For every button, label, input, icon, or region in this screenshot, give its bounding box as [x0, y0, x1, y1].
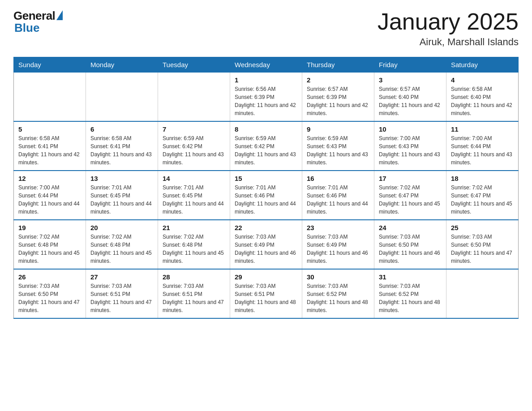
day-number: 3 [379, 76, 442, 84]
day-info: Sunrise: 7:03 AMSunset: 6:52 PMDaylight:… [307, 282, 369, 314]
calendar-cell: 30Sunrise: 7:03 AMSunset: 6:52 PMDayligh… [302, 269, 374, 318]
calendar-cell: 11Sunrise: 7:00 AMSunset: 6:44 PMDayligh… [446, 121, 519, 171]
day-number: 19 [18, 224, 81, 231]
day-info: Sunrise: 7:00 AMSunset: 6:44 PMDaylight:… [18, 184, 81, 216]
day-info: Sunrise: 6:57 AMSunset: 6:39 PMDaylight:… [307, 85, 369, 117]
calendar-week-row: 5Sunrise: 6:58 AMSunset: 6:41 PMDaylight… [14, 121, 519, 171]
logo: General Blue [13, 9, 63, 35]
day-number: 11 [451, 125, 514, 133]
day-number: 27 [90, 273, 153, 281]
calendar-cell [14, 73, 86, 122]
day-number: 28 [163, 273, 225, 281]
day-number: 6 [90, 125, 153, 133]
calendar-cell [86, 73, 158, 122]
day-info: Sunrise: 7:03 AMSunset: 6:50 PMDaylight:… [379, 233, 442, 265]
calendar-cell: 28Sunrise: 7:03 AMSunset: 6:51 PMDayligh… [158, 269, 230, 318]
day-info: Sunrise: 7:02 AMSunset: 6:47 PMDaylight:… [379, 184, 442, 216]
day-number: 25 [451, 224, 514, 231]
logo-triangle-icon [56, 10, 63, 20]
day-info: Sunrise: 7:02 AMSunset: 6:48 PMDaylight:… [163, 233, 225, 265]
calendar-week-row: 12Sunrise: 7:00 AMSunset: 6:44 PMDayligh… [14, 171, 519, 220]
calendar-cell: 2Sunrise: 6:57 AMSunset: 6:39 PMDaylight… [302, 73, 374, 122]
day-info: Sunrise: 6:59 AMSunset: 6:42 PMDaylight:… [163, 134, 225, 167]
day-info: Sunrise: 6:59 AMSunset: 6:43 PMDaylight:… [307, 134, 369, 167]
day-number: 16 [307, 175, 369, 182]
calendar-table: SundayMondayTuesdayWednesdayThursdayFrid… [13, 57, 519, 319]
calendar-cell: 3Sunrise: 6:57 AMSunset: 6:40 PMDaylight… [374, 73, 446, 122]
calendar-day-header: Monday [86, 57, 158, 73]
day-info: Sunrise: 7:01 AMSunset: 6:45 PMDaylight:… [90, 184, 153, 216]
day-info: Sunrise: 7:03 AMSunset: 6:50 PMDaylight:… [451, 233, 514, 265]
day-info: Sunrise: 7:03 AMSunset: 6:51 PMDaylight:… [90, 282, 153, 314]
day-info: Sunrise: 7:03 AMSunset: 6:49 PMDaylight:… [307, 233, 369, 265]
calendar-day-header: Thursday [302, 57, 374, 73]
day-number: 2 [307, 76, 369, 84]
calendar-cell [158, 73, 230, 122]
calendar-cell: 23Sunrise: 7:03 AMSunset: 6:49 PMDayligh… [302, 220, 374, 269]
calendar-cell: 24Sunrise: 7:03 AMSunset: 6:50 PMDayligh… [374, 220, 446, 269]
day-number: 31 [379, 273, 442, 281]
calendar-cell: 22Sunrise: 7:03 AMSunset: 6:49 PMDayligh… [230, 220, 302, 269]
day-number: 1 [235, 76, 297, 84]
day-info: Sunrise: 6:58 AMSunset: 6:40 PMDaylight:… [451, 85, 514, 117]
day-number: 21 [163, 224, 225, 231]
day-info: Sunrise: 7:00 AMSunset: 6:43 PMDaylight:… [379, 134, 442, 167]
day-info: Sunrise: 6:58 AMSunset: 6:41 PMDaylight:… [90, 134, 153, 167]
logo-blue-text: Blue [14, 21, 39, 35]
day-number: 4 [451, 76, 514, 84]
calendar-cell: 9Sunrise: 6:59 AMSunset: 6:43 PMDaylight… [302, 121, 374, 171]
day-info: Sunrise: 6:57 AMSunset: 6:40 PMDaylight:… [379, 85, 442, 117]
calendar-cell: 21Sunrise: 7:02 AMSunset: 6:48 PMDayligh… [158, 220, 230, 269]
calendar-cell: 8Sunrise: 6:59 AMSunset: 6:42 PMDaylight… [230, 121, 302, 171]
day-info: Sunrise: 7:01 AMSunset: 6:45 PMDaylight:… [163, 184, 225, 216]
calendar-day-header: Tuesday [158, 57, 230, 73]
calendar-cell: 13Sunrise: 7:01 AMSunset: 6:45 PMDayligh… [86, 171, 158, 220]
day-number: 10 [379, 125, 442, 133]
calendar-day-header: Friday [374, 57, 446, 73]
calendar-cell: 12Sunrise: 7:00 AMSunset: 6:44 PMDayligh… [14, 171, 86, 220]
day-number: 20 [90, 224, 153, 231]
calendar-cell: 4Sunrise: 6:58 AMSunset: 6:40 PMDaylight… [446, 73, 519, 122]
calendar-day-header: Wednesday [230, 57, 302, 73]
day-number: 8 [235, 125, 297, 133]
page-header: General Blue January 2025 Airuk, Marshal… [13, 9, 519, 48]
title-area: January 2025 Airuk, Marshall Islands [378, 9, 519, 48]
day-info: Sunrise: 7:01 AMSunset: 6:46 PMDaylight:… [235, 184, 297, 216]
calendar-day-header: Sunday [14, 57, 86, 73]
calendar-day-header: Saturday [446, 57, 519, 73]
calendar-cell: 31Sunrise: 7:03 AMSunset: 6:52 PMDayligh… [374, 269, 446, 318]
calendar-week-row: 1Sunrise: 6:56 AMSunset: 6:39 PMDaylight… [14, 73, 519, 122]
day-info: Sunrise: 7:02 AMSunset: 6:47 PMDaylight:… [451, 184, 514, 216]
calendar-cell: 6Sunrise: 6:58 AMSunset: 6:41 PMDaylight… [86, 121, 158, 171]
day-number: 9 [307, 125, 369, 133]
calendar-cell: 25Sunrise: 7:03 AMSunset: 6:50 PMDayligh… [446, 220, 519, 269]
day-info: Sunrise: 7:02 AMSunset: 6:48 PMDaylight:… [90, 233, 153, 265]
day-number: 13 [90, 175, 153, 182]
calendar-cell: 7Sunrise: 6:59 AMSunset: 6:42 PMDaylight… [158, 121, 230, 171]
calendar-cell: 10Sunrise: 7:00 AMSunset: 6:43 PMDayligh… [374, 121, 446, 171]
day-info: Sunrise: 7:03 AMSunset: 6:49 PMDaylight:… [235, 233, 297, 265]
calendar-cell: 19Sunrise: 7:02 AMSunset: 6:48 PMDayligh… [14, 220, 86, 269]
day-number: 14 [163, 175, 225, 182]
calendar-subtitle: Airuk, Marshall Islands [378, 36, 519, 48]
day-number: 22 [235, 224, 297, 231]
day-info: Sunrise: 7:03 AMSunset: 6:51 PMDaylight:… [235, 282, 297, 314]
calendar-cell: 5Sunrise: 6:58 AMSunset: 6:41 PMDaylight… [14, 121, 86, 171]
calendar-cell: 16Sunrise: 7:01 AMSunset: 6:46 PMDayligh… [302, 171, 374, 220]
calendar-cell: 27Sunrise: 7:03 AMSunset: 6:51 PMDayligh… [86, 269, 158, 318]
day-number: 30 [307, 273, 369, 281]
calendar-cell: 14Sunrise: 7:01 AMSunset: 6:45 PMDayligh… [158, 171, 230, 220]
calendar-cell [446, 269, 519, 318]
day-info: Sunrise: 6:59 AMSunset: 6:42 PMDaylight:… [235, 134, 297, 167]
day-info: Sunrise: 7:02 AMSunset: 6:48 PMDaylight:… [18, 233, 81, 265]
day-number: 26 [18, 273, 81, 281]
calendar-cell: 17Sunrise: 7:02 AMSunset: 6:47 PMDayligh… [374, 171, 446, 220]
day-number: 29 [235, 273, 297, 281]
day-info: Sunrise: 7:00 AMSunset: 6:44 PMDaylight:… [451, 134, 514, 167]
calendar-cell: 29Sunrise: 7:03 AMSunset: 6:51 PMDayligh… [230, 269, 302, 318]
calendar-title: January 2025 [378, 9, 519, 34]
calendar-header-row: SundayMondayTuesdayWednesdayThursdayFrid… [14, 57, 519, 73]
calendar-cell: 15Sunrise: 7:01 AMSunset: 6:46 PMDayligh… [230, 171, 302, 220]
day-info: Sunrise: 7:01 AMSunset: 6:46 PMDaylight:… [307, 184, 369, 216]
day-number: 7 [163, 125, 225, 133]
